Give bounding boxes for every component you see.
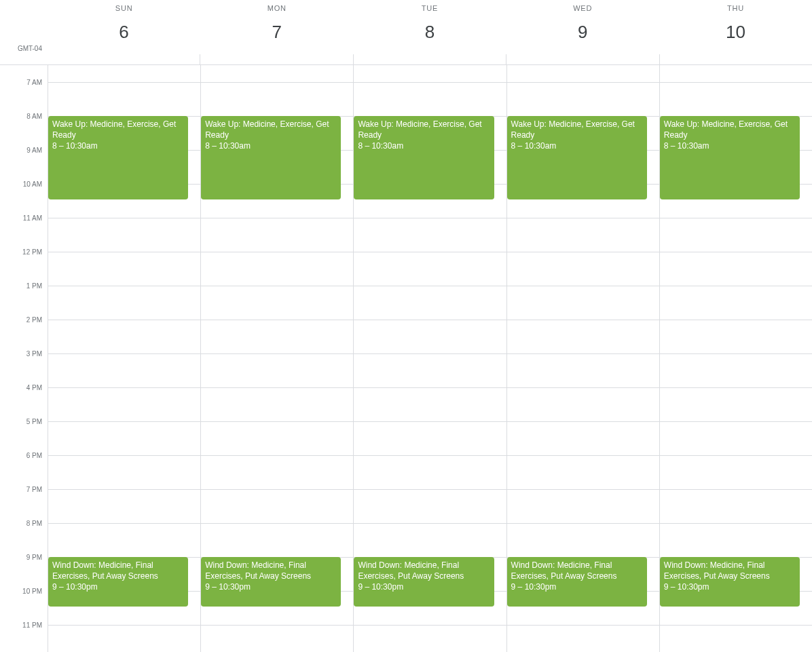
date-number-button[interactable]: 8 <box>414 16 445 47</box>
event-title: Wake Up: Medicine, Exercise, Get Ready <box>664 119 796 140</box>
hour-gridline <box>507 455 659 456</box>
hour-gridline <box>48 489 200 490</box>
calendar-event[interactable]: Wind Down: Medicine, Final Exercises, Pu… <box>507 557 647 607</box>
day-column[interactable]: Wake Up: Medicine, Exercise, Get Ready8 … <box>48 65 200 652</box>
event-title: Wake Up: Medicine, Exercise, Get Ready <box>358 119 490 140</box>
hour-gridline <box>507 523 659 524</box>
hour-gridline <box>354 387 506 388</box>
hour-gridline <box>354 82 506 83</box>
hour-gridline <box>660 82 812 83</box>
calendar-event[interactable]: Wind Down: Medicine, Final Exercises, Pu… <box>48 557 188 607</box>
calendar-event[interactable]: Wake Up: Medicine, Exercise, Get Ready8 … <box>507 116 647 199</box>
hour-gridline <box>48 286 200 286</box>
day-of-week-label: THU <box>659 4 812 12</box>
hour-gridline <box>48 455 200 456</box>
date-number-button[interactable]: 9 <box>567 16 598 47</box>
allday-row <box>0 54 812 65</box>
hour-gridline <box>201 320 353 320</box>
day-column[interactable]: Wake Up: Medicine, Exercise, Get Ready8 … <box>506 65 659 652</box>
hour-gridline <box>201 625 353 626</box>
event-title: Wake Up: Medicine, Exercise, Get Ready <box>52 119 184 140</box>
hour-gridline <box>660 523 812 524</box>
time-label: 7 PM <box>26 486 42 493</box>
hour-gridline <box>48 625 200 626</box>
hour-gridline <box>48 421 200 422</box>
calendar-event[interactable]: Wake Up: Medicine, Exercise, Get Ready8 … <box>48 116 188 199</box>
hour-gridline <box>660 625 812 626</box>
day-of-week-label: MON <box>200 4 353 12</box>
time-label: 9 PM <box>26 554 42 561</box>
event-time: 9 – 10:30pm <box>664 581 796 592</box>
hour-gridline <box>507 252 659 252</box>
calendar-event[interactable]: Wake Up: Medicine, Exercise, Get Ready8 … <box>201 116 341 199</box>
event-time: 8 – 10:30am <box>511 140 643 151</box>
calendar-week-view: GMT-04 SUN 6 MON 7 TUE 8 WED 9 THU 10 <box>0 0 812 652</box>
hour-gridline <box>660 218 812 218</box>
day-column[interactable]: Wake Up: Medicine, Exercise, Get Ready8 … <box>353 65 506 652</box>
calendar-event[interactable]: Wind Down: Medicine, Final Exercises, Pu… <box>201 557 341 607</box>
allday-cell[interactable] <box>48 54 200 64</box>
time-label: 9 AM <box>26 147 42 154</box>
allday-cell[interactable] <box>353 54 506 64</box>
day-column[interactable]: Wake Up: Medicine, Exercise, Get Ready8 … <box>659 65 812 652</box>
hour-gridline <box>507 421 659 422</box>
hour-gridline <box>201 286 353 286</box>
hour-gridline <box>507 489 659 490</box>
event-time: 8 – 10:30am <box>664 140 796 151</box>
hour-gridline <box>507 625 659 626</box>
hour-gridline <box>48 353 200 354</box>
hour-gridline <box>48 523 200 524</box>
event-title: Wake Up: Medicine, Exercise, Get Ready <box>511 119 643 140</box>
calendar-event[interactable]: Wake Up: Medicine, Exercise, Get Ready8 … <box>354 116 494 199</box>
hour-gridline <box>660 252 812 252</box>
event-time: 9 – 10:30pm <box>511 581 643 592</box>
date-number-button[interactable]: 7 <box>261 16 293 47</box>
hour-gridline <box>507 320 659 320</box>
event-title: Wind Down: Medicine, Final Exercises, Pu… <box>664 560 796 581</box>
hour-gridline <box>354 489 506 490</box>
hour-gridline <box>660 286 812 286</box>
hour-gridline <box>660 353 812 354</box>
calendar-event[interactable]: Wind Down: Medicine, Final Exercises, Pu… <box>354 557 494 607</box>
calendar-header-row: GMT-04 SUN 6 MON 7 TUE 8 WED 9 THU 10 <box>0 0 812 54</box>
day-of-week-label: WED <box>506 4 659 12</box>
time-label: 5 PM <box>26 418 42 425</box>
event-time: 9 – 10:30pm <box>205 581 337 592</box>
event-title: Wind Down: Medicine, Final Exercises, Pu… <box>52 560 184 581</box>
hour-gridline <box>201 218 353 218</box>
time-label: 7 AM <box>26 79 42 86</box>
time-label: 4 PM <box>26 384 42 391</box>
hour-gridline <box>201 489 353 490</box>
hour-gridline <box>201 82 353 83</box>
day-column[interactable]: Wake Up: Medicine, Exercise, Get Ready8 … <box>200 65 353 652</box>
hour-gridline <box>507 353 659 354</box>
hour-gridline <box>48 387 200 388</box>
day-header: WED 9 <box>506 0 659 54</box>
day-of-week-label: TUE <box>353 4 506 12</box>
calendar-time-grid: 7 AM8 AM9 AM10 AM11 AM12 PM1 PM2 PM3 PM4… <box>0 65 812 652</box>
time-label: 3 PM <box>26 350 42 358</box>
hour-gridline <box>660 320 812 320</box>
hour-gridline <box>201 523 353 524</box>
hour-gridline <box>354 421 506 422</box>
calendar-event[interactable]: Wake Up: Medicine, Exercise, Get Ready8 … <box>660 116 800 199</box>
timezone-label: GMT-04 <box>0 0 48 54</box>
date-number-button[interactable]: 10 <box>720 16 751 47</box>
allday-cell[interactable] <box>659 54 812 64</box>
event-title: Wind Down: Medicine, Final Exercises, Pu… <box>511 560 643 581</box>
calendar-event[interactable]: Wind Down: Medicine, Final Exercises, Pu… <box>660 557 800 607</box>
hour-gridline <box>507 82 659 83</box>
time-label: 11 PM <box>22 621 42 629</box>
allday-axis-spacer <box>0 54 48 64</box>
time-label: 1 PM <box>26 282 42 290</box>
hour-gridline <box>354 353 506 354</box>
event-time: 9 – 10:30pm <box>358 581 490 592</box>
hour-gridline <box>201 353 353 354</box>
allday-cell[interactable] <box>506 54 659 64</box>
allday-cell[interactable] <box>200 54 352 64</box>
hour-gridline <box>354 625 506 626</box>
hour-gridline <box>507 218 659 218</box>
hour-gridline <box>354 218 506 218</box>
day-header: MON 7 <box>200 0 353 54</box>
date-number-button[interactable]: 6 <box>109 16 140 47</box>
